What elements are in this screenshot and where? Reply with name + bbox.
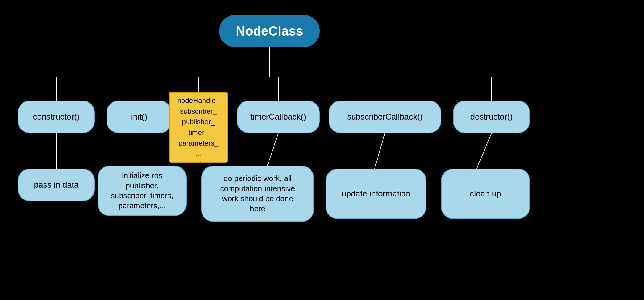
node-initialize-ros: initialize rospublisher,subscriber, time… <box>98 166 187 216</box>
node-timer-callback: timerCallback() <box>237 101 320 133</box>
node-update-information: update information <box>326 169 426 219</box>
node-clean-up: clean up <box>441 169 530 219</box>
connector-lines <box>0 0 644 300</box>
node-init: init() <box>107 101 172 133</box>
diagram: NodeClass constructor() init() nodeHandl… <box>0 0 644 300</box>
node-periodic-work: do periodic work, allcomputation-intensi… <box>201 166 314 222</box>
node-nodeclass: NodeClass <box>219 15 320 47</box>
svg-line-17 <box>477 133 492 169</box>
svg-line-15 <box>266 133 278 169</box>
node-members: nodeHandle_subscriber_publisher_timer_pa… <box>169 92 228 163</box>
node-constructor: constructor() <box>18 101 95 133</box>
node-subscriber-callback: subscriberCallback() <box>329 101 441 133</box>
node-pass-in-data: pass in data <box>18 169 95 201</box>
node-destructor: destructor() <box>453 101 530 133</box>
svg-line-16 <box>375 133 385 169</box>
